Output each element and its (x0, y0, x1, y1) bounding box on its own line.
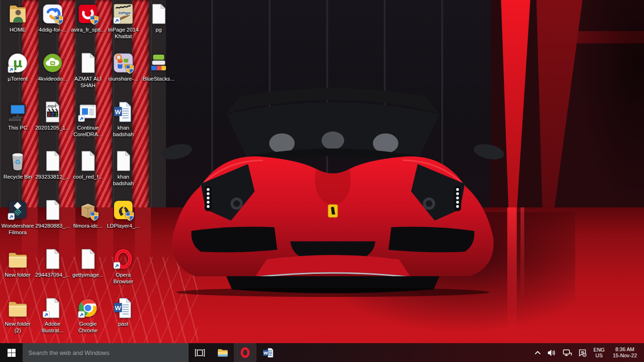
desktop-icon-folder-user-0[interactable]: HOME (0, 3, 35, 33)
opera-icon (239, 347, 251, 358)
speaker-icon (547, 349, 556, 356)
filmora-icon (7, 199, 29, 221)
desktop-icon-bluestacks-9[interactable]: BlueStacks... (141, 52, 176, 82)
word-icon: W (263, 348, 273, 358)
folder-icon (7, 297, 29, 319)
icon-label: 4kvideodo... (38, 75, 67, 82)
desktop-icon-tile-4ddig-1[interactable]: 4ddig-for-... (35, 3, 70, 33)
doc-icon (41, 297, 64, 319)
search-input[interactable] (23, 343, 189, 362)
desktop-icon-doc-17[interactable]: khan badshah (106, 150, 141, 187)
taskbar-empty-area (279, 343, 531, 362)
fourk-icon (41, 52, 64, 74)
recycle-bin-icon (7, 150, 29, 172)
word-taskbar-button[interactable]: W (256, 343, 279, 362)
tray-action-center-button[interactable] (575, 349, 590, 357)
doc-icon (148, 3, 170, 25)
desktop-icon-doc-4[interactable]: pg (141, 3, 176, 33)
language-line1: ENG (594, 347, 605, 353)
folder-user-icon (7, 3, 29, 25)
tile-4ddig-icon (41, 3, 64, 25)
desktop-icons[interactable]: HOME4ddig-for-...avira_fr_sptl...InPage … (0, 0, 644, 343)
desktop-icon-ldplayer-21[interactable]: LDPlayer4_... (106, 199, 141, 229)
desktop-icon-box-setup-20[interactable]: filmora-idc... (70, 199, 106, 229)
file-explorer-button[interactable] (211, 343, 234, 362)
icon-label: InPage 2014 Khattat (108, 26, 139, 40)
desktop-icon-recycle-bin-14[interactable]: Recycle Bin (0, 150, 35, 180)
icon-label: khan badshah (113, 173, 133, 187)
icon-label: avira_fr_sptl... (71, 26, 105, 33)
icon-label: Wondershare Filmora (1, 222, 34, 236)
desktop-icon-mp4-video-11[interactable]: 20201205_1... (35, 101, 70, 131)
opera-taskbar-button[interactable] (234, 343, 256, 362)
start-button[interactable] (0, 343, 23, 362)
taskbar: W (0, 343, 644, 362)
desktop-icon-word-doc-29[interactable]: past (106, 297, 141, 327)
utorrent-icon (7, 52, 29, 74)
folder-icon (7, 248, 29, 270)
icon-label: 20201205_1... (35, 124, 70, 131)
desktop-icon-chrome-28[interactable]: Google Chrome (70, 297, 106, 334)
desktop-icon-this-pc-10[interactable]: This PC (0, 101, 35, 131)
desktop-icon-utorrent-5[interactable]: µTorrent (0, 52, 35, 82)
task-view-button[interactable] (189, 343, 211, 362)
desktop-icon-doc-16[interactable]: cool_red_f... (70, 150, 106, 180)
desktop-icon-doc-19[interactable]: 294280883_... (35, 199, 70, 229)
svg-text:W: W (264, 350, 268, 355)
file-explorer-icon (217, 348, 228, 357)
mp4-video-icon (41, 101, 64, 123)
bluestacks-icon (148, 52, 170, 74)
desktop-icon-app-window-12[interactable]: Continue CorelDRA... (70, 101, 106, 138)
icon-label: isunshare-... (108, 75, 138, 82)
desktop-icon-tile-inpage-3[interactable]: InPage 2014 Khattat (106, 3, 141, 40)
this-pc-icon (7, 101, 29, 123)
desktop-icon-doc-23[interactable]: 294437094_... (35, 248, 70, 278)
desktop-icon-fourk-6[interactable]: 4kvideodo... (35, 52, 70, 82)
doc-icon (77, 150, 99, 172)
desktop-icon-isunshare-8[interactable]: isunshare-... (106, 52, 141, 82)
desktop-icon-doc-7[interactable]: AZMAT ALI SHAH (70, 52, 106, 89)
icon-label: 4ddig-for-... (39, 26, 66, 33)
desktop-icon-doc-15[interactable]: 293233812_... (35, 150, 70, 180)
tray-clock[interactable]: 8:36 AM 15-Nov-22 (609, 346, 641, 359)
desktop-icon-doc-27[interactable]: Adobe Illustrat... (35, 297, 70, 334)
icon-label: Opera Browser (113, 272, 133, 285)
icon-label: This PC (8, 124, 27, 131)
icon-label: pg (156, 26, 162, 33)
icon-label: 293233812_... (35, 173, 70, 180)
icon-label: 294437094_... (35, 272, 70, 278)
doc-icon (41, 199, 64, 221)
icon-label: cool_red_f... (73, 173, 103, 180)
tray-network-button[interactable] (560, 349, 575, 356)
chrome-icon (77, 297, 99, 319)
task-view-icon (195, 349, 205, 357)
clock-date: 15-Nov-22 (613, 353, 637, 359)
icon-label: gettyimage... (73, 272, 104, 278)
icon-label: 294280883_... (35, 222, 70, 229)
tray-volume-button[interactable] (544, 349, 560, 356)
icon-label: BlueStacks... (143, 75, 174, 82)
icon-label: HOME (9, 26, 26, 33)
desktop-icon-opera-25[interactable]: Opera Browser (106, 248, 141, 285)
windows-logo-icon (8, 349, 16, 357)
tray-show-hidden-icons-button[interactable] (531, 351, 544, 355)
clock-time: 8:36 AM (613, 346, 637, 353)
doc-icon (112, 150, 134, 172)
tile-inpage-icon (112, 3, 134, 25)
icon-label: khan badshah (113, 124, 133, 138)
tray-language-indicator[interactable]: ENG US (590, 347, 609, 358)
desktop-icon-doc-24[interactable]: gettyimage... (70, 248, 106, 278)
system-tray: ENG US 8:36 AM 15-Nov-22 (531, 343, 644, 362)
desktop-icon-word-doc-13[interactable]: khan badshah (106, 101, 141, 138)
app-window-icon (77, 101, 99, 123)
icon-label: Recycle Bin (3, 173, 32, 180)
desktop-icon-filmora-18[interactable]: Wondershare Filmora (0, 199, 35, 236)
desktop-icon-folder-22[interactable]: New folder (0, 248, 35, 278)
desktop-screen: HOME4ddig-for-...avira_fr_sptl...InPage … (0, 0, 644, 362)
taskbar-search-box[interactable] (23, 343, 189, 362)
action-center-icon (578, 349, 586, 357)
doc-icon (41, 150, 64, 172)
word-doc-icon (112, 297, 134, 319)
desktop-icon-folder-26[interactable]: New folder (2) (0, 297, 35, 334)
desktop-icon-tile-avira-2[interactable]: avira_fr_sptl... (70, 3, 106, 33)
